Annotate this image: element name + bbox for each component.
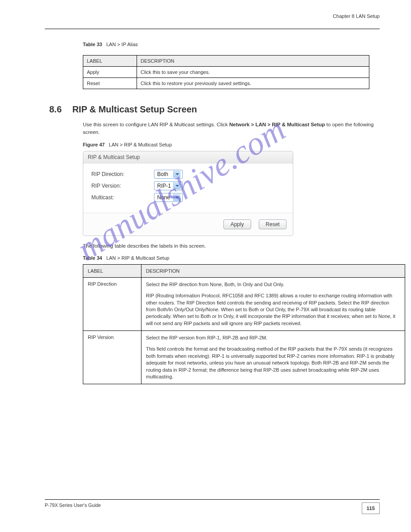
header-rule [45, 29, 380, 29]
table2-h-label: LABEL [83, 264, 141, 277]
table1-h-label: LABEL [83, 56, 137, 67]
page-content: Chapter 8 LAN Setup Table 33 LAN > IP Al… [0, 0, 411, 402]
chevron-down-icon [173, 194, 180, 201]
figure-caption-text: LAN > RIP & Multicast Setup [109, 142, 172, 147]
para-text-b: Network > LAN > RIP & Multicast Setup [229, 122, 325, 127]
table-row: Reset Click this to restore your previou… [83, 78, 369, 89]
table1: LABEL DESCRIPTION Apply Click this to sa… [83, 55, 369, 89]
footer-left: P-79X Series User's Guide [45, 502, 101, 514]
table1-caption-text: LAN > IP Alias [106, 42, 137, 47]
table2-r0-desc: Select the RIP direction from None, Both… [141, 277, 405, 330]
multicast-value: None [157, 194, 170, 201]
table2-intro: The following table describes the labels… [83, 242, 380, 250]
table1-caption-prefix: Table 33 [83, 42, 102, 47]
table2: LABEL DESCRIPTION RIP Direction Select t… [83, 264, 405, 385]
table1-r1-desc: Click this to restore your previously sa… [137, 78, 369, 89]
footer-rule [45, 499, 380, 500]
rip-direction-row: RIP Direction: Both [91, 170, 285, 179]
rip-multicast-panel: RIP & Multicast Setup RIP Direction: Bot… [83, 151, 293, 236]
table1-h-desc: DESCRIPTION [137, 56, 369, 67]
section-para: Use this screen to configure LAN RIP & M… [83, 121, 380, 137]
table2-caption: Table 34 LAN > RIP & Multicast Setup [83, 255, 380, 261]
rip-direction-label: RIP Direction: [91, 171, 154, 177]
multicast-select[interactable]: None [154, 193, 183, 202]
rip-direction-value: Both [157, 171, 168, 177]
page-number: 115 [362, 502, 380, 514]
rip-version-label: RIP Version: [91, 183, 154, 189]
panel-button-bar: Apply Reset [83, 213, 293, 236]
table2-caption-text: LAN > RIP & Multicast Setup [106, 255, 169, 261]
chevron-down-icon [173, 171, 180, 178]
table2-r1-p2: This field controls the format and the b… [146, 346, 400, 380]
figure-caption: Figure 47 LAN > RIP & Multicast Setup [83, 142, 380, 147]
para-text-a: Use this screen to configure LAN RIP & M… [83, 122, 229, 127]
panel-body: RIP Direction: Both RIP Version: RIP-1 M… [83, 163, 293, 213]
chapter-header: Chapter 8 LAN Setup [45, 13, 380, 19]
rip-version-value: RIP-1 [157, 183, 171, 189]
table2-r0-p2: RIP (Routing Information Protocol, RFC10… [146, 292, 400, 327]
table2-r1-p1: Select the RIP version from RIP-1, RIP-2… [146, 335, 400, 341]
table1-r0-label: Apply [83, 67, 137, 78]
chevron-down-icon [173, 182, 180, 189]
table1-caption: Table 33 LAN > IP Alias [83, 42, 380, 47]
table2-caption-prefix: Table 34 [83, 255, 102, 261]
table1-r1-label: Reset [83, 78, 137, 89]
table-row: RIP Version Select the RIP version from … [83, 331, 405, 384]
multicast-label: Multicast: [91, 194, 154, 201]
rip-direction-select[interactable]: Both [154, 170, 183, 179]
section-number: 8.6 [49, 104, 62, 114]
table2-h-desc: DESCRIPTION [141, 264, 405, 277]
table-row: RIP Direction Select the RIP direction f… [83, 277, 405, 330]
table2-r1-label: RIP Version [83, 331, 141, 384]
multicast-row: Multicast: None [91, 193, 285, 202]
panel-title: RIP & Multicast Setup [83, 151, 293, 163]
rip-version-select[interactable]: RIP-1 [154, 181, 183, 190]
rip-version-row: RIP Version: RIP-1 [91, 181, 285, 190]
table-row: Apply Click this to save your changes. [83, 67, 369, 78]
table2-r1-desc: Select the RIP version from RIP-1, RIP-2… [141, 331, 405, 384]
page-footer: P-79X Series User's Guide 115 [45, 499, 380, 514]
figure-caption-prefix: Figure 47 [83, 142, 105, 147]
section-title: RIP & Multicast Setup Screen [72, 104, 197, 114]
table1-r0-desc: Click this to save your changes. [137, 67, 369, 78]
apply-button[interactable]: Apply [223, 219, 251, 229]
section-heading: 8.6 RIP & Multicast Setup Screen [49, 104, 380, 115]
table2-r0-label: RIP Direction [83, 277, 141, 330]
table2-r0-p1: Select the RIP direction from None, Both… [146, 281, 400, 288]
reset-button[interactable]: Reset [259, 219, 287, 229]
